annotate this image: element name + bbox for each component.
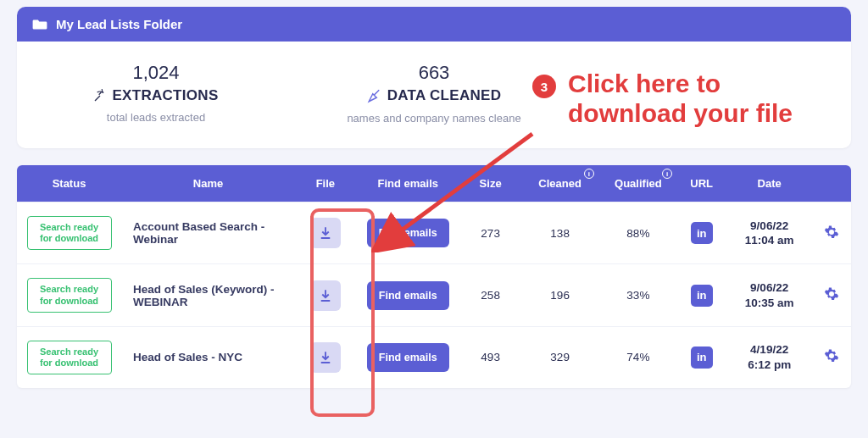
folder-title: My Lead Lists Folder: [56, 17, 182, 31]
date-cell: 4/19/226:12 pm: [726, 326, 813, 388]
th-cleaned[interactable]: Cleanedi: [521, 165, 599, 202]
leads-table-wrap: Status Name File Find emails Size Cleane…: [17, 165, 851, 388]
table-body: Search ready for download Account Based …: [17, 202, 851, 389]
table-row: Search ready for download Account Based …: [17, 202, 851, 264]
status-badge: Search ready for download: [27, 216, 112, 250]
gear-icon[interactable]: [824, 348, 839, 363]
th-url[interactable]: URL: [677, 165, 726, 202]
linkedin-icon[interactable]: in: [691, 347, 713, 369]
download-button[interactable]: [310, 342, 341, 373]
download-button[interactable]: [310, 280, 341, 311]
th-actions: [813, 165, 851, 202]
status-badge: Search ready for download: [27, 278, 112, 312]
download-icon: [318, 225, 333, 241]
annotation-text: Click here to download your file: [568, 69, 793, 128]
lead-name: Account Based Search - Webinar: [121, 202, 295, 264]
date-cell: 9/06/2211:04 am: [726, 202, 813, 264]
th-file[interactable]: File: [295, 165, 356, 202]
folder-header: My Lead Lists Folder: [17, 7, 851, 42]
th-date[interactable]: Date: [726, 165, 813, 202]
date-cell: 9/06/2210:35 am: [726, 264, 813, 326]
extractions-title: EXTRACTIONS: [112, 87, 218, 104]
annotation-step-number: 3: [532, 75, 556, 98]
th-name[interactable]: Name: [121, 165, 295, 202]
gear-icon[interactable]: [824, 286, 839, 302]
folder-icon: [32, 19, 47, 30]
table-row: Search ready for download Head of Sales …: [17, 326, 851, 388]
cleaned-title: DATA CLEANED: [387, 87, 502, 104]
broom-icon: [367, 88, 382, 103]
size-cell: 258: [460, 264, 521, 326]
linkedin-icon[interactable]: in: [691, 285, 713, 307]
stat-extractions: 1,024 EXTRACTIONS total leads extracted: [17, 62, 295, 125]
th-status[interactable]: Status: [17, 165, 121, 202]
find-emails-button[interactable]: Find emails: [367, 219, 449, 247]
qualified-cell: 74%: [599, 326, 677, 388]
size-cell: 273: [460, 202, 521, 264]
download-button[interactable]: [310, 218, 341, 248]
th-find-emails[interactable]: Find emails: [356, 165, 460, 202]
download-icon: [318, 350, 333, 365]
cleaned-cell: 138: [521, 202, 599, 264]
qualified-cell: 33%: [599, 264, 677, 326]
qualified-cell: 88%: [599, 202, 677, 264]
size-cell: 493: [460, 326, 521, 388]
th-size[interactable]: Size: [460, 165, 521, 202]
table-head: Status Name File Find emails Size Cleane…: [17, 165, 851, 202]
gear-icon[interactable]: [824, 225, 839, 240]
pickaxe-icon: [93, 89, 107, 103]
th-qualified[interactable]: Qualifiedi: [599, 165, 677, 202]
info-icon[interactable]: i: [584, 169, 594, 179]
table-row: Search ready for download Head of Sales …: [17, 264, 851, 326]
status-badge: Search ready for download: [27, 341, 112, 374]
stat-cleaned: 663 DATA CLEANED names and company names…: [295, 62, 573, 125]
cleaned-sub: names and company names cleane: [295, 112, 573, 125]
leads-table: Status Name File Find emails Size Cleane…: [17, 165, 851, 388]
extractions-count: 1,024: [17, 62, 295, 84]
extractions-sub: total leads extracted: [17, 111, 295, 124]
lead-name: Head of Sales - NYC: [121, 326, 295, 388]
cleaned-cell: 329: [521, 326, 599, 388]
lead-name: Head of Sales (Keyword) - WEBINAR: [121, 264, 295, 326]
find-emails-button[interactable]: Find emails: [367, 281, 449, 310]
download-icon: [318, 288, 333, 303]
find-emails-button[interactable]: Find emails: [367, 343, 449, 372]
cleaned-cell: 196: [521, 264, 599, 326]
info-icon[interactable]: i: [662, 169, 672, 179]
cleaned-count: 663: [295, 62, 573, 84]
linkedin-icon[interactable]: in: [691, 222, 713, 244]
